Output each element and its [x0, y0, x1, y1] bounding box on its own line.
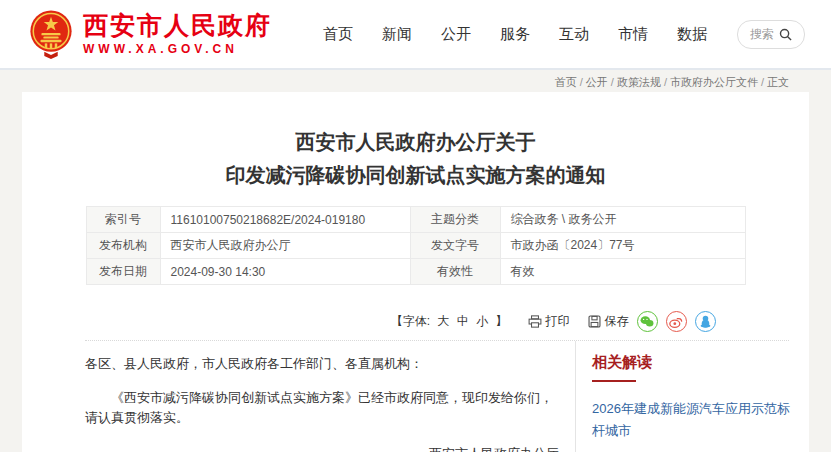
qq-icon [700, 315, 711, 328]
breadcrumb-separator: / [761, 76, 764, 88]
font-size-small-button[interactable]: 小 [476, 314, 488, 328]
article-card: 西安市人民政府办公厅关于 印发减污降碳协同创新试点实施方案的通知 索引号 116… [22, 92, 809, 452]
search-label: 搜索 [750, 26, 774, 43]
table-row: 发布日期 2024-09-30 14:30 有效性 有效 [86, 259, 745, 285]
logo-text: 西安市人民政府 WWW.XA.GOV.CN [83, 12, 272, 56]
site-header: 西安市人民政府 WWW.XA.GOV.CN 首页 新闻 公开 服务 互动 市情 … [0, 0, 831, 70]
save-label: 保存 [605, 313, 629, 330]
meta-label-validity: 有效性 [410, 259, 500, 285]
meta-value-topic: 综合政务 \ 政务公开 [500, 207, 745, 233]
related-title: 相关解读 [592, 353, 795, 372]
breadcrumb-separator: / [664, 76, 667, 88]
breadcrumb-current: 正文 [767, 76, 789, 88]
printer-icon [528, 315, 542, 328]
meta-label-topic: 主题分类 [410, 207, 500, 233]
table-row: 发布机构 西安市人民政府办公厅 发文字号 市政办函〔2024〕77号 [86, 233, 745, 259]
title-line-1: 西安市人民政府办公厅关于 [296, 131, 536, 153]
content-columns: 各区、县人民政府，市人民政府各工作部门、各直属机构： 《西安市减污降碳协同创新试… [22, 341, 809, 452]
site-name: 西安市人民政府 [83, 12, 272, 40]
meta-value-validity: 有效 [500, 259, 745, 285]
qq-share-button[interactable] [695, 311, 716, 332]
document-meta-table: 索引号 11610100750218682E/2024-019180 主题分类 … [86, 206, 746, 285]
print-button[interactable]: 打印 [528, 313, 570, 330]
meta-label-agency: 发布机构 [86, 233, 160, 259]
save-button[interactable]: 保存 [588, 313, 629, 330]
breadcrumb-separator: / [580, 76, 583, 88]
national-emblem-icon [28, 9, 74, 59]
breadcrumb: 首页/公开/政策法规/市政府办公厅文件/正文 [0, 70, 831, 92]
meta-label-index: 索引号 [86, 207, 160, 233]
meta-value-doc-number: 市政办函〔2024〕77号 [500, 233, 745, 259]
print-label: 打印 [546, 313, 570, 330]
article-paragraph: 《西安市减污降碳协同创新试点实施方案》已经市政府同意，现印发给你们，请认真贯彻落… [85, 388, 565, 428]
breadcrumb-home[interactable]: 首页 [555, 76, 577, 88]
font-size-medium-button[interactable]: 中 [457, 314, 469, 328]
article-signer: 西安市人民政府办公厅 [85, 444, 565, 452]
nav-item-data[interactable]: 数据 [677, 25, 707, 44]
weibo-icon [669, 316, 683, 328]
main-nav: 首页 新闻 公开 服务 互动 市情 数据 [323, 25, 707, 44]
related-link[interactable]: 2026年建成新能源汽车应用示范标杆城市 [592, 398, 795, 442]
nav-item-services[interactable]: 服务 [500, 25, 530, 44]
article-body: 各区、县人民政府，市人民政府各工作部门、各直属机构： 《西安市减污降碳协同创新试… [22, 341, 575, 452]
meta-value-index: 11610100750218682E/2024-019180 [160, 207, 410, 233]
nav-item-city[interactable]: 市情 [618, 25, 648, 44]
article-toolbar: 【字体: 大 中 小 】 打印 保存 [86, 311, 746, 332]
site-url: WWW.XA.GOV.CN [83, 42, 272, 56]
page-title: 西安市人民政府办公厅关于 印发减污降碳协同创新试点实施方案的通知 [22, 126, 809, 192]
meta-label-pub-date: 发布日期 [86, 259, 160, 285]
weibo-share-button[interactable] [666, 311, 687, 332]
floppy-icon [588, 315, 601, 328]
meta-value-agency: 西安市人民政府办公厅 [160, 233, 410, 259]
font-size-large-button[interactable]: 大 [437, 314, 449, 328]
nav-item-news[interactable]: 新闻 [382, 25, 412, 44]
wechat-icon [640, 316, 654, 327]
related-title-underline [592, 380, 636, 382]
breadcrumb-separator: / [611, 76, 614, 88]
meta-label-doc-number: 发文字号 [410, 233, 500, 259]
search-icon [779, 28, 792, 41]
breadcrumb-open[interactable]: 公开 [586, 76, 608, 88]
nav-item-home[interactable]: 首页 [323, 25, 353, 44]
font-size-controls: 【字体: 大 中 小 】 [389, 313, 510, 330]
font-size-prefix: 【字体: [391, 314, 430, 328]
related-sidebar: 相关解读 2026年建成新能源汽车应用示范标杆城市 [575, 341, 809, 452]
wechat-share-button[interactable] [637, 311, 658, 332]
title-line-2: 印发减污降碳协同创新试点实施方案的通知 [226, 164, 606, 186]
breadcrumb-policy[interactable]: 政策法规 [617, 76, 661, 88]
nav-item-interact[interactable]: 互动 [559, 25, 589, 44]
nav-item-open[interactable]: 公开 [441, 25, 471, 44]
breadcrumb-office-docs[interactable]: 市政府办公厅文件 [670, 76, 758, 88]
article-salutation: 各区、县人民政府，市人民政府各工作部门、各直属机构： [85, 354, 565, 374]
search-button[interactable]: 搜索 [737, 20, 805, 49]
site-logo[interactable]: 西安市人民政府 WWW.XA.GOV.CN [28, 9, 272, 59]
font-size-suffix: 】 [496, 314, 508, 328]
table-row: 索引号 11610100750218682E/2024-019180 主题分类 … [86, 207, 745, 233]
meta-value-pub-date: 2024-09-30 14:30 [160, 259, 410, 285]
